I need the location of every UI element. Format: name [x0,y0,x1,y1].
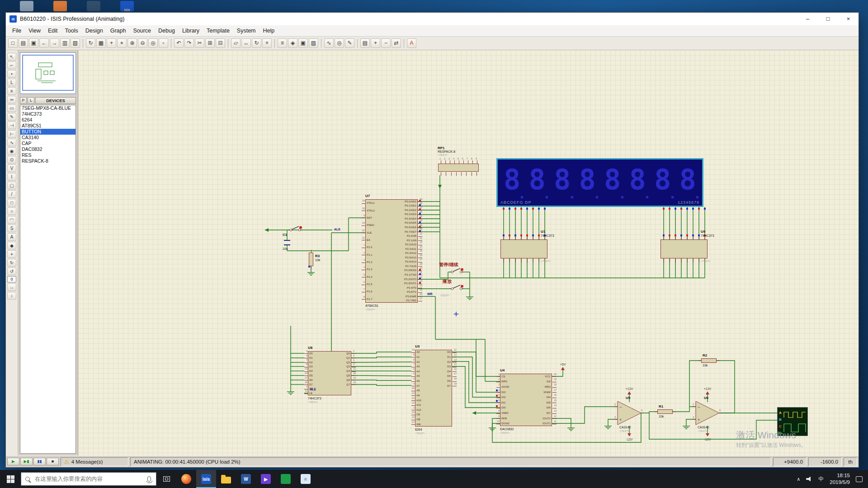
taskbar-notes-app[interactable]: ≡ [296,470,316,488]
schematic-canvas[interactable]: +5V+12V-12V+12V-12V88888888ABCDEFG DP123… [78,50,859,455]
volume-icon[interactable] [806,476,812,482]
step-button[interactable]: ▶▮ [20,458,33,465]
component-button[interactable] [450,268,463,276]
property-assignment[interactable]: ✎ [345,38,354,48]
menu-design[interactable]: Design [82,26,107,35]
device-CAP[interactable]: CAP [20,141,75,146]
design-explorer[interactable]: ▤ [360,38,370,48]
menu-view[interactable]: View [25,26,44,35]
tray-chevron-icon[interactable]: ∧ [797,476,800,482]
make-device[interactable]: ◈ [288,38,297,48]
mirror-x[interactable]: ↔ [7,283,16,291]
zoom-in[interactable]: ⊕ [127,38,137,48]
box-2d[interactable]: □ [7,199,16,206]
text-script-mode[interactable]: ≡ [7,87,16,95]
goto-sheet[interactable]: ⇄ [392,38,401,48]
desktop-icon-isis[interactable]: isis [120,1,134,11]
seven-segment-display[interactable]: 88888888ABCDEFG DP12345678 [496,158,703,207]
pick-parts-button[interactable]: P [20,97,27,104]
marker-2d[interactable]: + [7,250,16,258]
junction-dot-mode[interactable]: • [7,70,16,78]
library-button[interactable]: L [28,97,34,104]
bus-mode[interactable]: ═ [7,96,16,103]
decompose[interactable]: ▨ [309,38,318,48]
device-RESPACK-8[interactable]: RESPACK-8 [20,158,75,164]
search-input[interactable] [34,475,143,483]
toggle-grid[interactable]: ▦ [96,38,106,48]
device-CA3140[interactable]: CA3140 [20,135,75,141]
menu-edit[interactable]: Edit [44,26,61,35]
paste[interactable]: ⊟ [216,38,225,48]
device-74HC373[interactable]: 74HC373 [20,111,75,117]
goto-cursor[interactable]: ⌖ [117,38,127,48]
component-R3[interactable]: R310k [309,253,313,266]
minimize-button[interactable]: – [797,13,818,25]
zoom-area[interactable]: ▫ [159,38,168,48]
component-U6[interactable]: −+236U6CA3140<TEXT> [692,401,722,427]
mark-output-area[interactable]: ▧ [71,38,80,48]
symbol-2d[interactable]: ◆ [7,242,16,249]
open-design[interactable]: ▤ [19,38,28,48]
device-7SEG-MPX8-CA-BLUE[interactable]: 7SEG-MPX8-CA-BLUE [20,105,75,111]
clock[interactable]: 18:15 2019/5/9 [830,472,850,486]
redo[interactable]: ↷ [184,38,194,48]
graph-mode[interactable]: ∿ [7,139,16,146]
overview-minimap[interactable] [20,52,76,94]
path-2d[interactable]: S [7,225,16,232]
print-design[interactable]: ▥ [60,38,70,48]
menu-graph[interactable]: Graph [107,26,130,35]
taskbar-app-green[interactable] [276,470,296,488]
line-2d[interactable]: / [7,190,16,198]
rotation-angle-input[interactable] [7,276,16,282]
maximize-button[interactable]: □ [818,13,838,25]
text-2d[interactable]: A [7,233,16,241]
component-U3[interactable]: U36264<TEXT>A010A19A28A37A46A55A64A73A82… [415,350,452,427]
component-U9[interactable]: U974HC373<TEXT> [660,239,708,258]
pause-button[interactable]: ▮▮ [33,458,46,465]
device-6264[interactable]: 6264 [20,117,75,123]
component-U5[interactable]: −+236U5CA3140<TEXT> [614,401,644,427]
menu-template[interactable]: Template [203,26,233,35]
export-section[interactable]: → [50,38,59,48]
cut[interactable]: ✂ [195,38,204,48]
notification-center-icon[interactable] [856,476,863,482]
virtual-instruments-mode[interactable]: ▢ [7,182,16,189]
refresh-display[interactable]: ↻ [86,38,95,48]
current-probe-mode[interactable]: I [7,173,16,181]
device-RES[interactable]: RES [20,152,75,158]
pick-parts[interactable]: ≡ [278,38,287,48]
remove-sheet[interactable]: − [381,38,391,48]
menu-file[interactable]: File [9,26,25,35]
zoom-all[interactable]: ◎ [148,38,158,48]
copy[interactable]: ⊞ [205,38,215,48]
component-C1[interactable]: C110u [284,239,290,246]
component-button[interactable] [450,285,463,293]
block-copy[interactable]: ▱ [231,38,241,48]
instant-edit-mode[interactable]: ✎ [7,113,16,121]
block-delete[interactable]: × [262,38,272,48]
desktop-icon-1[interactable] [20,1,33,11]
message-panel[interactable]: ⚠ 4 Message(s) [61,457,128,466]
wire-autorouter[interactable]: ∿ [324,38,334,48]
taskbar-search[interactable] [21,472,156,486]
netlist-to-ares[interactable]: A [407,38,416,48]
component-button[interactable] [288,226,302,234]
start-button[interactable] [0,470,21,488]
component-RP1[interactable]: 123456789RP1RESPACK-8<TEXT> [438,164,479,172]
block-rotate[interactable]: ↻ [252,38,261,48]
mirror-y[interactable]: ↕ [7,292,16,300]
taskbar-media-app[interactable]: ▶ [256,470,276,488]
device-AT89C51[interactable]: AT89C51 [20,123,75,129]
menu-source[interactable]: Source [129,26,155,35]
device-DAC0832[interactable]: DAC0832 [20,146,75,152]
menu-library[interactable]: Library [179,26,203,35]
component-R2[interactable]: R210k [701,358,717,363]
generator-mode[interactable]: ⊙ [7,156,16,164]
title-bar[interactable]: IS B6010220 - ISIS Professional (Animati… [6,13,859,25]
zoom-out[interactable]: ⊖ [138,38,147,48]
subcircuit-mode[interactable]: ▭ [7,104,16,112]
stop-button[interactable]: ■ [47,458,59,465]
save-design[interactable]: ▣ [29,38,38,48]
component-mode[interactable]: ⌐ [7,61,16,69]
desktop-icon-3[interactable] [87,1,100,11]
